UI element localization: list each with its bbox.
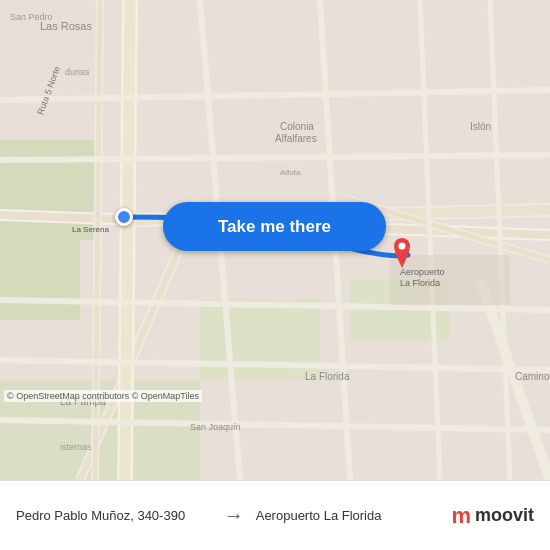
route-arrow-icon: → [224,504,244,527]
take-me-there-button[interactable]: Take me there [163,202,386,251]
map-container: Las Rosas dunas Colonia Alfalfares San P… [0,0,550,480]
bottom-bar: Pedro Pablo Muñoz, 340-390 → Aeropuerto … [0,480,550,550]
to-label: Aeropuerto La Florida [256,508,452,523]
map-attribution: © OpenStreetMap contributors © OpenMapTi… [4,390,202,402]
from-label: Pedro Pablo Muñoz, 340-390 [16,508,212,523]
svg-text:San Pedro: San Pedro [10,12,53,22]
svg-text:Aeropuerto: Aeropuerto [400,267,445,277]
destination-marker [390,238,414,268]
moovit-m-icon: m [451,503,471,529]
moovit-text: moovit [475,505,534,526]
route-from: Pedro Pablo Muñoz, 340-390 [16,508,212,523]
svg-text:Alfota: Alfota [280,168,301,177]
svg-text:Alfalfares: Alfalfares [275,133,317,144]
moovit-logo: m moovit [451,503,534,529]
svg-text:dunas: dunas [65,67,90,77]
svg-text:Islón: Islón [470,121,491,132]
svg-text:Colonia: Colonia [280,121,314,132]
svg-text:La Florida: La Florida [305,371,350,382]
svg-point-45 [399,243,406,250]
origin-marker [115,208,133,226]
svg-text:La Serena: La Serena [72,225,109,234]
route-to: Aeropuerto La Florida [256,508,452,523]
svg-text:isternas: isternas [60,442,92,452]
svg-text:Camino: Camino [515,371,550,382]
svg-text:San Joaquín: San Joaquín [190,422,241,432]
svg-text:La Florida: La Florida [400,278,440,288]
svg-line-15 [125,0,130,480]
svg-rect-2 [0,240,80,320]
